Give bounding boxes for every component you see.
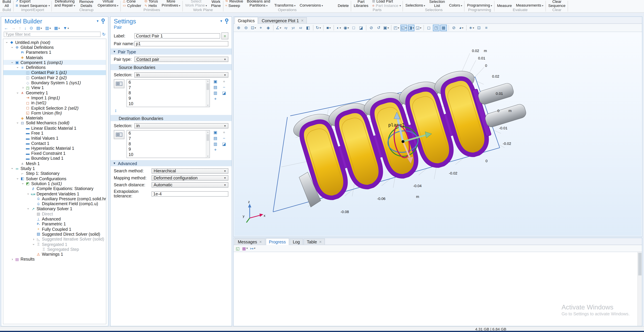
paste-selection-icon[interactable]: ▥ bbox=[214, 91, 218, 95]
source-selection-select[interactable]: in▼ bbox=[134, 72, 228, 78]
tree-expand-icon[interactable]: › bbox=[32, 237, 36, 241]
boundary-entry[interactable]: 6 bbox=[127, 80, 210, 85]
tree-expand-icon[interactable]: › bbox=[21, 86, 25, 90]
scene-appearance-icon[interactable]: ■▾ bbox=[325, 24, 332, 31]
destination-selection-select[interactable]: in▼ bbox=[134, 123, 228, 128]
list-scrollbar[interactable]: ∧∨ bbox=[206, 80, 210, 107]
tree-item-stationary-solver-1[interactable]: ›↗Stationary Solver 1 bbox=[3, 206, 106, 211]
tree-collapse-icon[interactable]: › bbox=[32, 242, 36, 246]
ribbon-item-cone[interactable]: △Cone bbox=[123, 0, 141, 3]
environment-icon[interactable]: ◉▾ bbox=[343, 24, 350, 31]
tree-item-free-1[interactable]: ▬Free 1 bbox=[3, 131, 106, 136]
remove-from-selection-icon[interactable]: − bbox=[223, 136, 225, 140]
tree-item-parameters-1[interactable]: PiParameters 1 bbox=[3, 50, 106, 55]
tree-item-boundary-load-1[interactable]: ▬Boundary Load 1 bbox=[3, 156, 106, 161]
plot-in-plane-icon[interactable]: ◳ bbox=[433, 24, 440, 31]
zoom-to-selection-icon[interactable]: ⌖ bbox=[214, 96, 216, 101]
list-scrollbar[interactable]: ∧∨ bbox=[206, 131, 210, 158]
scrollbar[interactable] bbox=[638, 252, 642, 326]
tree-item-parametric-1[interactable]: P₁Parametric 1 bbox=[3, 222, 106, 227]
rotate-view-icon[interactable]: ↻▾ bbox=[315, 24, 322, 31]
print-icon[interactable]: ≡ bbox=[483, 24, 490, 31]
tree-item-dependent-variables-1[interactable]: ›u,wDependent Variables 1 bbox=[3, 191, 106, 196]
collapse-all-icon[interactable]: ▥▾ bbox=[45, 26, 51, 30]
tree-item-contact-pair-2[interactable]: ◫Contact Pair 2(p2) bbox=[3, 75, 106, 80]
search-distance-select[interactable]: Automatic▼ bbox=[152, 182, 228, 188]
ribbon-item-transforms[interactable]: Transforms ▾ bbox=[274, 3, 296, 8]
tab-progress[interactable]: Progress bbox=[266, 238, 289, 245]
filter-icon[interactable]: ▼▾ bbox=[63, 26, 69, 30]
ribbon-item-defeaturing-and-repair[interactable]: Defeaturingand Repair ▾ bbox=[54, 0, 76, 8]
view-xy-icon[interactable]: xy bbox=[283, 24, 289, 31]
probe-cursor-icon[interactable]: ↦▾ bbox=[250, 246, 255, 251]
tree-item-segregated-1[interactable]: ›ΞSegregated 1 bbox=[3, 242, 106, 247]
ribbon-item-cylinder[interactable]: ▭Cylinder bbox=[123, 4, 141, 8]
tab-messages[interactable]: Messages✕ bbox=[234, 239, 265, 245]
tree-collapse-icon[interactable]: › bbox=[26, 192, 30, 196]
view-xz-icon[interactable]: xz bbox=[297, 24, 304, 31]
tree-item-warnings-1[interactable]: ⚠Warnings 1 bbox=[3, 252, 106, 257]
ribbon-item-export[interactable]: ↗Export bbox=[16, 0, 50, 3]
pair-name-input[interactable] bbox=[134, 41, 228, 46]
ribbon-item-torus[interactable]: ◎Torus bbox=[144, 0, 158, 3]
tree-collapse-icon[interactable]: › bbox=[16, 91, 20, 95]
snapshot-icon[interactable]: ⊡ bbox=[476, 24, 482, 31]
tree-item-form-union[interactable]: ◱Form Union(fin) bbox=[3, 110, 106, 116]
tree-item-solid-mechanics[interactable]: ›⊟Solid Mechanics(solid) bbox=[3, 121, 106, 126]
boundary-entry[interactable]: 8 bbox=[127, 141, 210, 147]
source-boundary-list[interactable]: 678910 ∧∨ bbox=[126, 79, 210, 107]
tree-item-advanced[interactable]: ⊥Advanced bbox=[3, 216, 106, 222]
tree-item-results[interactable]: ›▤Results bbox=[3, 257, 106, 262]
section-view-icon[interactable]: ◨▾ bbox=[408, 24, 414, 31]
tree-collapse-icon[interactable]: › bbox=[21, 182, 25, 186]
nav-forward-icon[interactable]: → bbox=[12, 26, 16, 30]
zoom-out-icon[interactable]: ⊖ bbox=[243, 24, 249, 31]
ribbon-item-measure[interactable]: Measure bbox=[497, 4, 512, 8]
close-icon[interactable]: ✕ bbox=[319, 240, 322, 244]
pin-icon[interactable] bbox=[102, 18, 105, 22]
ribbon-item-booleans-and-partitions[interactable]: Booleans andPartitions ▾ bbox=[246, 0, 270, 8]
tree-collapse-icon[interactable]: › bbox=[10, 166, 14, 170]
tab-convergence-plot-1[interactable]: Convergence Plot 1✕ bbox=[258, 17, 307, 23]
ribbon-item-conversions[interactable]: Conversions ▾ bbox=[299, 3, 323, 8]
tree-item-step-1-stationary[interactable]: ⌐Step 1: Stationary bbox=[3, 171, 106, 176]
scene-image-icon[interactable]: ▣▾ bbox=[383, 24, 389, 31]
view-orientation-icon[interactable]: ∠▾ bbox=[275, 24, 282, 31]
add-to-selection-icon[interactable]: + bbox=[223, 130, 225, 135]
ribbon-item-measurements[interactable]: Measurements ▾ bbox=[516, 3, 544, 8]
destination-boundary-list[interactable]: 678910 ∧∨ bbox=[126, 130, 210, 158]
tree-collapse-icon[interactable]: › bbox=[16, 65, 20, 69]
table-columns-icon[interactable]: ▦▾ bbox=[242, 246, 248, 251]
tree-item-fixed-constraint-1[interactable]: ▬Fixed Constraint 1 bbox=[3, 151, 106, 156]
tree-expand-icon[interactable]: › bbox=[10, 258, 14, 261]
zoom-to-selection-icon[interactable]: ◈ bbox=[265, 24, 272, 31]
tree-item-solver-configurations[interactable]: ›◧Solver Configurations bbox=[3, 176, 106, 181]
ribbon-item-selection-list[interactable]: SelectionList bbox=[429, 0, 445, 8]
tree-item-solution-1[interactable]: ›◩Solution 1(sol1) bbox=[3, 181, 106, 186]
view-yz-icon[interactable]: yz bbox=[290, 24, 296, 31]
show-icon[interactable]: ⊙ bbox=[30, 26, 33, 30]
boundary-entry[interactable]: 7 bbox=[127, 136, 210, 141]
pin-icon[interactable] bbox=[225, 18, 228, 22]
extrapolation-tolerance-input[interactable] bbox=[152, 191, 228, 196]
wireframe-icon[interactable]: ◻ bbox=[426, 24, 432, 31]
reset-hiding-icon[interactable]: ↺ bbox=[375, 24, 382, 31]
tree-item-geometry-1[interactable]: ›AGeometry 1 bbox=[3, 90, 106, 95]
close-icon[interactable]: ✕ bbox=[259, 240, 262, 244]
tree-item-in[interactable]: ◻in(sel1) bbox=[3, 100, 106, 105]
dock-window-icon[interactable]: ◱ bbox=[236, 246, 240, 251]
clear-selection-icon[interactable]: ◪ bbox=[222, 91, 226, 95]
swap-source-destination-icon[interactable]: ↕ bbox=[114, 108, 232, 113]
chevron-down-icon[interactable]: ▾ bbox=[97, 19, 98, 23]
rename-button[interactable]: ≡ bbox=[221, 32, 228, 39]
ribbon-item-part-libraries[interactable]: PartLibraries bbox=[353, 0, 369, 8]
zoom-extents-icon[interactable]: ⌖ bbox=[258, 24, 264, 31]
clip-cell-icon[interactable]: ◲▾ bbox=[415, 24, 422, 31]
ribbon-item-build-all[interactable]: BuildAll bbox=[2, 0, 11, 8]
hide-selected-icon[interactable]: ⊘ bbox=[368, 24, 374, 31]
boundary-entry[interactable]: 10 bbox=[127, 152, 210, 157]
boundary-entry[interactable]: 8 bbox=[127, 90, 210, 96]
tree-item-initial-values-1[interactable]: ▬Initial Values 1 bbox=[3, 136, 106, 141]
ribbon-item-programming[interactable]: Programming ▾ bbox=[467, 3, 492, 8]
move-down-icon[interactable]: ↓ bbox=[24, 26, 26, 30]
